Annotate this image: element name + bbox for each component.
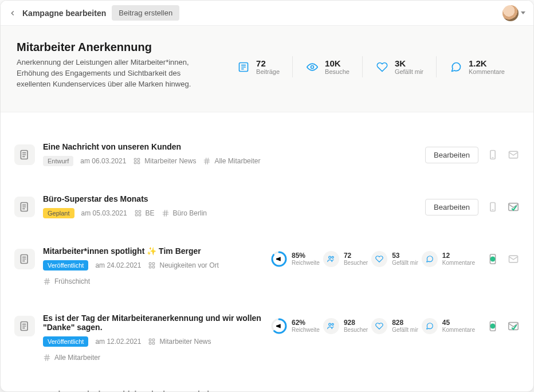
svg-rect-59 bbox=[153, 339, 155, 341]
chevron-down-icon bbox=[521, 11, 525, 14]
svg-rect-42 bbox=[153, 266, 155, 268]
post-row[interactable]: Beginnen Sie Ihre Schicht mit einem Läch… bbox=[13, 383, 521, 391]
document-icon bbox=[14, 316, 35, 336]
svg-rect-12 bbox=[138, 162, 140, 164]
post-row[interactable]: Büro-Superstar des Monats Geplant am 05.… bbox=[13, 187, 521, 226]
phone-icon[interactable] bbox=[486, 320, 499, 332]
document-icon bbox=[14, 249, 35, 269]
page-title: Kampagne bearbeiten bbox=[22, 9, 106, 18]
stat-label: Besuche bbox=[325, 68, 350, 75]
svg-point-68 bbox=[329, 323, 331, 326]
stat-reach: 62%Reichweite bbox=[271, 318, 320, 334]
views-icon bbox=[305, 60, 319, 74]
document-icon bbox=[14, 144, 35, 165]
likes-icon bbox=[375, 60, 389, 74]
svg-point-71 bbox=[490, 324, 494, 328]
edit-button[interactable]: Bearbeiten bbox=[425, 199, 478, 215]
heart-icon bbox=[371, 318, 387, 334]
mail-icon[interactable] bbox=[507, 253, 520, 265]
user-menu[interactable] bbox=[502, 5, 525, 21]
svg-point-69 bbox=[332, 323, 334, 325]
stat-value: 72 bbox=[256, 58, 280, 68]
post-channel: Mitarbeiter News bbox=[148, 338, 211, 346]
avatar bbox=[502, 5, 519, 21]
svg-line-65 bbox=[48, 354, 48, 360]
campaign-header: Mitarbeiter Anerkennung Anerkennung der … bbox=[1, 26, 533, 112]
svg-point-4 bbox=[311, 65, 314, 68]
overview-stat: 1.2K Kommentare bbox=[436, 56, 517, 77]
svg-rect-39 bbox=[150, 262, 152, 265]
svg-line-46 bbox=[48, 278, 48, 284]
post-title: Beginnen Sie Ihre Schicht mit einem Läch… bbox=[43, 390, 263, 391]
svg-point-50 bbox=[332, 256, 334, 258]
post-row[interactable]: Eine Nachricht von unseren Kunden Entwur… bbox=[13, 135, 521, 174]
post-date: am 24.02.2021 bbox=[95, 261, 141, 269]
svg-rect-60 bbox=[150, 342, 152, 344]
post-channel: BE bbox=[134, 209, 155, 217]
svg-rect-9 bbox=[135, 158, 137, 160]
post-title: Eine Nachricht von unseren Kunden bbox=[43, 142, 417, 151]
phone-icon[interactable] bbox=[486, 253, 499, 265]
comment-icon bbox=[422, 251, 438, 267]
svg-rect-58 bbox=[150, 339, 152, 341]
post-audience: Alle Mitarbeiter bbox=[203, 157, 260, 165]
campaign-description: Anerkennung der Leistungen aller Mitarbe… bbox=[17, 57, 214, 90]
svg-point-49 bbox=[329, 256, 331, 258]
svg-rect-11 bbox=[135, 162, 137, 164]
svg-rect-10 bbox=[138, 158, 140, 160]
post-title: Es ist der Tag der Mitarbeiteranerkennun… bbox=[43, 313, 263, 332]
svg-rect-25 bbox=[139, 210, 141, 213]
stat-label: Gefällt mir bbox=[395, 68, 423, 75]
overview-stat: 10K Besuche bbox=[292, 56, 362, 77]
overview-stat: 72 Beiträge bbox=[237, 56, 292, 77]
post-channel: Neuigkeiten vor Ort bbox=[148, 261, 218, 269]
post-row[interactable]: Es ist der Tag der Mitarbeiteranerkennun… bbox=[13, 307, 521, 369]
create-post-button[interactable]: Beitrag erstellen bbox=[112, 5, 179, 21]
post-date: am 06.03.2021 bbox=[80, 157, 126, 165]
stat-reach: 85%Reichweite bbox=[271, 251, 320, 267]
svg-rect-40 bbox=[153, 262, 155, 265]
post-row[interactable]: Mitarbeiter*innen spotlight ✨ Tim Berger… bbox=[13, 240, 521, 293]
stat-value: 1.2K bbox=[469, 58, 505, 68]
stat-label: Kommentare bbox=[469, 68, 505, 75]
status-badge: Veröffentlicht bbox=[43, 260, 88, 271]
campaign-title: Mitarbeiter Anerkennung bbox=[17, 41, 214, 54]
back-icon[interactable] bbox=[9, 9, 17, 17]
svg-rect-27 bbox=[139, 214, 141, 216]
post-audience: Alle Mitarbeiter bbox=[43, 354, 100, 362]
phone-icon[interactable] bbox=[486, 148, 499, 161]
posts-icon bbox=[237, 60, 250, 74]
mail-icon[interactable] bbox=[507, 201, 520, 213]
edit-button[interactable]: Bearbeiten bbox=[425, 147, 478, 163]
post-title: Büro-Superstar des Monats bbox=[43, 194, 417, 203]
topbar: Kampagne bearbeiten Beitrag erstellen bbox=[1, 1, 533, 26]
svg-point-52 bbox=[490, 257, 494, 261]
stat-label: Beiträge bbox=[256, 68, 280, 75]
document-icon bbox=[14, 197, 35, 217]
post-date: am 05.03.2021 bbox=[81, 209, 127, 217]
svg-line-15 bbox=[206, 158, 206, 164]
stat-visitors: 72Besucher bbox=[323, 251, 368, 267]
post-date: am 12.02.2021 bbox=[95, 338, 141, 346]
phone-icon[interactable] bbox=[486, 201, 499, 213]
stat-comments: 45Kommentare bbox=[422, 318, 475, 334]
post-audience: Frühschicht bbox=[43, 277, 90, 285]
svg-line-30 bbox=[164, 210, 164, 216]
stat-value: 10K bbox=[325, 58, 350, 68]
people-icon bbox=[323, 318, 339, 334]
post-stats: 62%Reichweite 928Besucher 828Gefällt mir… bbox=[271, 318, 475, 334]
stat-value: 3K bbox=[395, 58, 423, 68]
campaign-stats: 72 Beiträge 10K Besuche 3K Gefällt mir 1… bbox=[237, 44, 517, 90]
mail-icon[interactable] bbox=[507, 148, 520, 161]
comments-icon bbox=[449, 60, 463, 74]
svg-rect-41 bbox=[150, 266, 152, 268]
svg-rect-61 bbox=[153, 342, 155, 344]
svg-line-64 bbox=[46, 354, 46, 360]
post-title: Mitarbeiter*innen spotlight ✨ Tim Berger bbox=[43, 246, 263, 256]
status-badge: Entwurf bbox=[43, 156, 73, 166]
mail-icon[interactable] bbox=[507, 320, 520, 332]
svg-line-45 bbox=[46, 278, 46, 284]
heart-icon bbox=[371, 251, 387, 267]
svg-line-16 bbox=[208, 158, 209, 164]
svg-line-31 bbox=[166, 210, 167, 216]
